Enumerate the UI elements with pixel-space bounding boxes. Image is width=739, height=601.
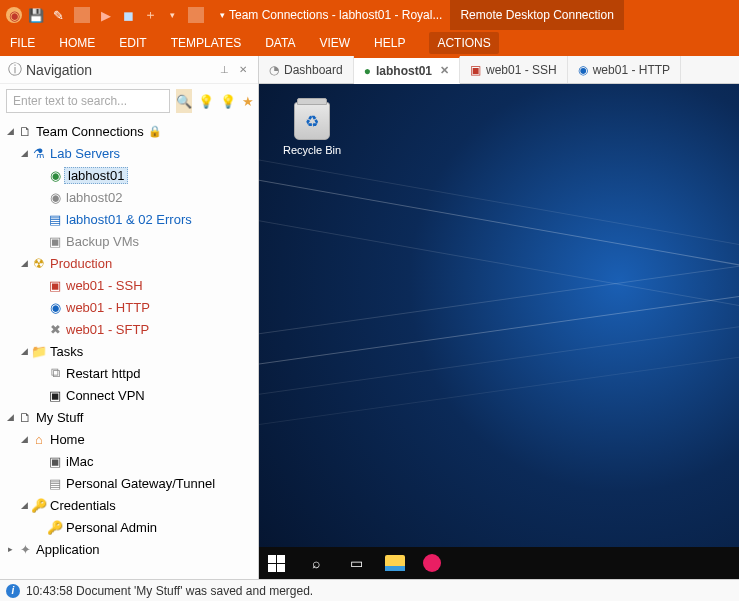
tree-item-lab-errors[interactable]: ▤labhost01 & 02 Errors — [0, 208, 258, 230]
taskbar-search-icon[interactable]: ⌕ — [305, 552, 327, 574]
tree-folder-home[interactable]: ◢⌂Home — [0, 428, 258, 450]
favorite-icon[interactable]: ★ — [242, 89, 254, 113]
tab-web01-ssh[interactable]: ▣web01 - SSH — [460, 56, 568, 83]
tree-item-restart-httpd[interactable]: ⧉Restart httpd — [0, 362, 258, 384]
menu-edit[interactable]: EDIT — [119, 36, 146, 50]
nav-title: Navigation — [26, 62, 213, 78]
info-icon: i — [6, 584, 20, 598]
file-explorer-icon[interactable] — [385, 555, 405, 571]
menubar: FILE HOME EDIT TEMPLATES DATA VIEW HELP … — [0, 30, 739, 56]
tree-item-personal-admin[interactable]: 🔑Personal Admin — [0, 516, 258, 538]
tree-item-backup-vms[interactable]: ▣Backup VMs — [0, 230, 258, 252]
tree-item-web01-sftp[interactable]: ✖web01 - SFTP — [0, 318, 258, 340]
menu-home[interactable]: HOME — [59, 36, 95, 50]
tree-folder-lab[interactable]: ◢⚗Lab Servers — [0, 142, 258, 164]
menu-data[interactable]: DATA — [265, 36, 295, 50]
window-caption: ▾Team Connections - labhost01 - Royal...… — [212, 0, 739, 30]
start-button[interactable] — [265, 552, 287, 574]
nav-header: ⓘ Navigation ⊥ ✕ — [0, 56, 258, 84]
bulb-off-icon[interactable]: 💡 — [220, 89, 236, 113]
search-icon[interactable]: 🔍 — [176, 89, 192, 113]
tab-dashboard[interactable]: ◔Dashboard — [259, 56, 354, 83]
tree-item-labhost01[interactable]: ◉labhost01 — [0, 164, 258, 186]
nav-search-bar: 🔍 💡 💡 ★ — [0, 84, 258, 118]
remote-desktop-view[interactable]: ♻ Recycle Bin ⌕ ▭ — [259, 84, 739, 579]
caption-right: Remote Desktop Connection — [460, 8, 613, 22]
main-area: ◔Dashboard ●labhost01✕ ▣web01 - SSH ◉web… — [259, 56, 739, 579]
menu-help[interactable]: HELP — [374, 36, 405, 50]
tree-doc-team[interactable]: ◢🗋Team Connections🔒 — [0, 120, 258, 142]
app-icon: ◉ — [6, 7, 22, 23]
tree-doc-application[interactable]: ▸✦Application — [0, 538, 258, 560]
ssh-icon: ▣ — [470, 63, 481, 77]
session-tabs: ◔Dashboard ●labhost01✕ ▣web01 - SSH ◉web… — [259, 56, 739, 84]
close-tab-icon[interactable]: ✕ — [440, 64, 449, 77]
remote-taskbar: ⌕ ▭ — [259, 547, 739, 579]
task-view-icon[interactable]: ▭ — [345, 552, 367, 574]
tree-item-connect-vpn[interactable]: ▣Connect VPN — [0, 384, 258, 406]
http-icon: ◉ — [578, 63, 588, 77]
edit-icon[interactable]: ✎ — [50, 7, 66, 23]
recycle-bin-icon[interactable]: ♻ Recycle Bin — [277, 102, 347, 156]
tree-item-web01-ssh[interactable]: ▣web01 - SSH — [0, 274, 258, 296]
info-icon: ⓘ — [8, 61, 22, 79]
navigation-panel: ⓘ Navigation ⊥ ✕ 🔍 💡 💡 ★ ◢🗋Team Connecti… — [0, 56, 259, 579]
tree-folder-credentials[interactable]: ◢🔑Credentials — [0, 494, 258, 516]
tree-item-web01-http[interactable]: ◉web01 - HTTP — [0, 296, 258, 318]
separator — [74, 7, 90, 23]
quick-access-toolbar: ◉ 💾 ✎ ▶ ◼ ＋ ▾ — [0, 7, 212, 23]
tree-item-imac[interactable]: ▣iMac — [0, 450, 258, 472]
windows-logo-icon — [268, 555, 285, 572]
dashboard-icon: ◔ — [269, 63, 279, 77]
close-panel-icon[interactable]: ✕ — [236, 64, 250, 75]
bulb-on-icon[interactable]: 💡 — [198, 89, 214, 113]
tree-doc-mystuff[interactable]: ◢🗋My Stuff — [0, 406, 258, 428]
pinned-app-icon[interactable] — [423, 554, 441, 572]
caption-left: Team Connections - labhost01 - Royal... — [229, 8, 442, 22]
nav-tree: ◢🗋Team Connections🔒 ◢⚗Lab Servers ◉labho… — [0, 118, 258, 579]
status-bar: i 10:43:58 Document 'My Stuff' was saved… — [0, 579, 739, 601]
tree-folder-tasks[interactable]: ◢📁Tasks — [0, 340, 258, 362]
recycle-bin-label: Recycle Bin — [277, 144, 347, 156]
tab-web01-http[interactable]: ◉web01 - HTTP — [568, 56, 681, 83]
run-icon[interactable]: ▶ — [98, 7, 114, 23]
tree-folder-production[interactable]: ◢☢Production — [0, 252, 258, 274]
menu-templates[interactable]: TEMPLATES — [171, 36, 241, 50]
save-icon[interactable]: 💾 — [28, 7, 44, 23]
menu-file[interactable]: FILE — [10, 36, 35, 50]
separator — [188, 7, 204, 23]
menu-view[interactable]: VIEW — [319, 36, 350, 50]
search-input[interactable] — [6, 89, 170, 113]
tree-item-gateway[interactable]: ▤Personal Gateway/Tunnel — [0, 472, 258, 494]
stop-icon[interactable]: ◼ — [120, 7, 136, 23]
lock-icon: 🔒 — [148, 125, 162, 138]
tab-labhost01[interactable]: ●labhost01✕ — [354, 56, 460, 84]
dropdown-icon[interactable]: ▾ — [164, 7, 180, 23]
titlebar: ◉ 💾 ✎ ▶ ◼ ＋ ▾ ▾Team Connections - labhos… — [0, 0, 739, 30]
add-icon[interactable]: ＋ — [142, 7, 158, 23]
connected-icon: ● — [364, 64, 371, 78]
pin-icon[interactable]: ⊥ — [217, 64, 232, 75]
status-text: 10:43:58 Document 'My Stuff' was saved a… — [26, 584, 313, 598]
tree-item-labhost02[interactable]: ◉labhost02 — [0, 186, 258, 208]
menu-actions[interactable]: ACTIONS — [429, 32, 498, 54]
